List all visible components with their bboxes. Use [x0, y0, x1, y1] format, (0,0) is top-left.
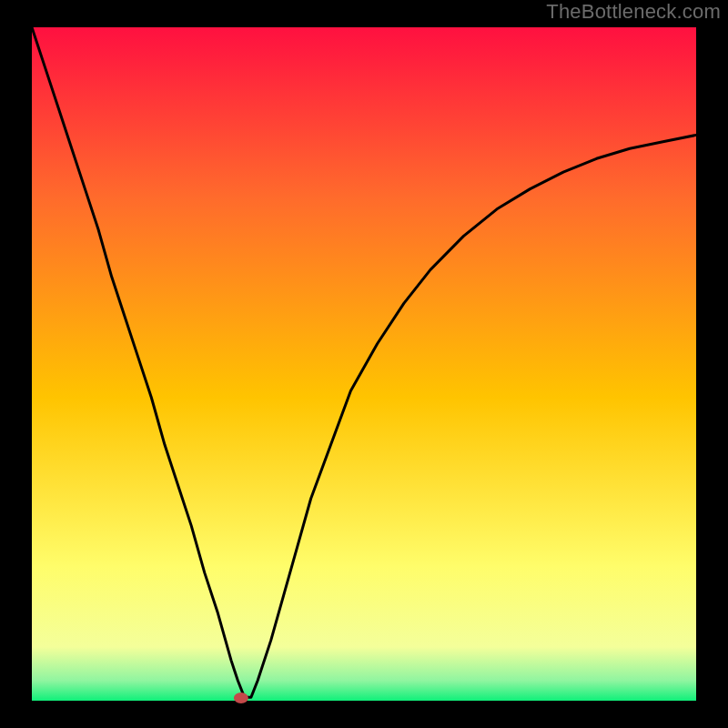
plot-area [32, 27, 696, 701]
minimum-marker [234, 693, 248, 703]
bottleneck-chart [0, 0, 728, 728]
chart-frame: { "watermark": "TheBottleneck.com", "col… [0, 0, 728, 728]
watermark-text: TheBottleneck.com [546, 2, 721, 22]
